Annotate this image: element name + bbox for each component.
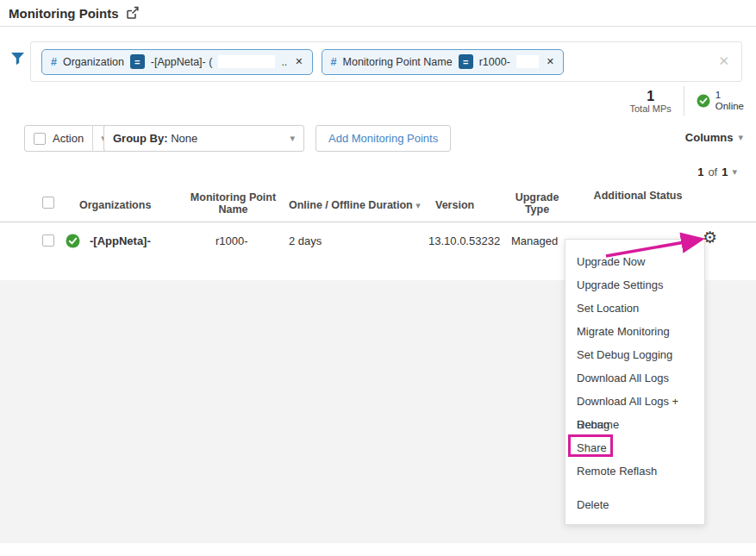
online-check-icon — [697, 94, 710, 108]
filter-value-ellipsis: .. — [281, 56, 287, 68]
page-header: Monitoring Points — [0, 0, 756, 27]
menu-item-upgrade-settings[interactable]: Upgrade Settings — [565, 273, 704, 297]
online-label: Online — [715, 101, 744, 112]
column-header-monitoring-point-name[interactable]: Monitoring Point Name — [188, 191, 278, 216]
redacted-value-mask — [516, 55, 539, 68]
filter-chip-organization[interactable]: # Organization = -[AppNeta]- ( .. ✕ — [41, 49, 313, 75]
field-type-icon: # — [51, 56, 57, 68]
columns-label: Columns — [685, 131, 734, 144]
remove-filter-icon[interactable]: ✕ — [295, 56, 303, 67]
remove-filter-icon[interactable]: ✕ — [547, 56, 554, 67]
column-header-organizations[interactable]: Organizations — [79, 199, 151, 211]
column-header-additional-status: Additional Status — [579, 190, 697, 202]
equals-operator-badge: = — [459, 54, 473, 69]
select-all-checkbox[interactable] — [42, 197, 54, 209]
row-actions-context-menu: Upgrade Now Upgrade Settings Set Locatio… — [565, 239, 705, 525]
clear-filters-icon[interactable]: ✕ — [718, 53, 729, 69]
pagination[interactable]: 1 of 1 ▾ — [697, 166, 737, 178]
group-by-text: Group By: None — [113, 132, 197, 145]
filter-value: r1000- — [479, 56, 510, 68]
group-by-label: Group By: — [113, 132, 168, 145]
row-organization: -[AppNeta]- — [90, 234, 151, 247]
online-count: 1 — [715, 90, 744, 101]
menu-item-rename[interactable]: Rename — [565, 413, 704, 436]
group-by-dropdown[interactable]: Group By: None ▾ — [103, 125, 304, 152]
chevron-down-icon: ▾ — [290, 133, 295, 144]
menu-item-migrate-monitoring[interactable]: Migrate Monitoring — [565, 320, 704, 343]
duration-header-label: Online / Offline Duration — [289, 199, 413, 211]
columns-dropdown[interactable]: Columns ▾ — [685, 131, 743, 144]
row-online-check-icon — [66, 234, 80, 248]
row-monitoring-point-name[interactable]: r1000- — [216, 234, 248, 247]
chevron-down-icon: ▾ — [732, 166, 737, 178]
row-upgrade-type: Managed — [511, 234, 558, 247]
page-total: 1 — [722, 166, 728, 178]
menu-item-share[interactable]: Share — [565, 436, 704, 459]
action-dropdown-button[interactable]: Action ▾ — [24, 125, 115, 152]
summary-divider — [684, 86, 684, 116]
filter-value: -[AppNeta]- ( — [151, 56, 213, 68]
group-by-value: None — [171, 132, 197, 145]
monitoring-points-page: Monitoring Points # Organization = -[App… — [0, 0, 756, 556]
filter-field-label: Organization — [63, 56, 124, 68]
page-separator: of — [708, 166, 717, 178]
menu-item-set-location[interactable]: Set Location — [565, 297, 704, 320]
filter-field-label: Monitoring Point Name — [343, 56, 453, 68]
add-monitoring-points-button[interactable]: Add Monitoring Points — [316, 125, 451, 152]
page-current: 1 — [697, 166, 703, 178]
filter-chip-monitoring-point-name[interactable]: # Monitoring Point Name = r1000- ✕ — [322, 49, 564, 75]
action-label: Action — [53, 132, 84, 145]
row-version: 13.10.0.53232 — [428, 234, 500, 247]
online-count-block: 1 Online — [715, 90, 744, 112]
action-checkbox[interactable] — [34, 133, 46, 145]
total-mps-label: Total MPs — [629, 103, 671, 114]
row-settings-gear-icon[interactable]: ⚙ — [703, 228, 717, 247]
sort-caret-icon: ▾ — [415, 200, 421, 210]
column-header-version[interactable]: Version — [435, 199, 474, 211]
online-summary: 1 Online — [697, 90, 744, 112]
filter-icon[interactable] — [10, 52, 25, 66]
menu-item-set-debug-logging[interactable]: Set Debug Logging — [565, 343, 704, 366]
column-header-duration-sorted[interactable]: Online / Offline Duration ▾ — [289, 199, 421, 211]
menu-item-remote-reflash[interactable]: Remote Reflash — [565, 459, 704, 483]
chevron-down-icon: ▾ — [738, 132, 743, 143]
menu-item-delete[interactable]: Delete — [565, 493, 704, 516]
equals-operator-badge: = — [130, 54, 145, 69]
mp-summary: 1 Total MPs 1 Online — [629, 86, 744, 116]
total-mps-count: 1 — [629, 89, 671, 103]
row-duration: 2 days — [289, 234, 322, 247]
column-header-upgrade-type[interactable]: Upgrade Type — [510, 191, 564, 216]
menu-item-download-all-logs-debug[interactable]: Download All Logs + Debug — [565, 390, 704, 413]
field-type-icon: # — [331, 56, 337, 68]
filter-bar: # Organization = -[AppNeta]- ( .. ✕ # Mo… — [30, 41, 742, 82]
row-checkbox[interactable] — [42, 234, 54, 247]
redacted-value-mask — [218, 55, 275, 68]
menu-item-download-all-logs[interactable]: Download All Logs — [565, 366, 704, 390]
export-share-icon[interactable] — [125, 6, 140, 20]
total-mps: 1 Total MPs — [629, 89, 671, 114]
page-title: Monitoring Points — [9, 6, 118, 21]
menu-item-upgrade-now[interactable]: Upgrade Now — [565, 250, 704, 273]
table-header: Organizations Monitoring Point Name Onli… — [0, 184, 756, 222]
